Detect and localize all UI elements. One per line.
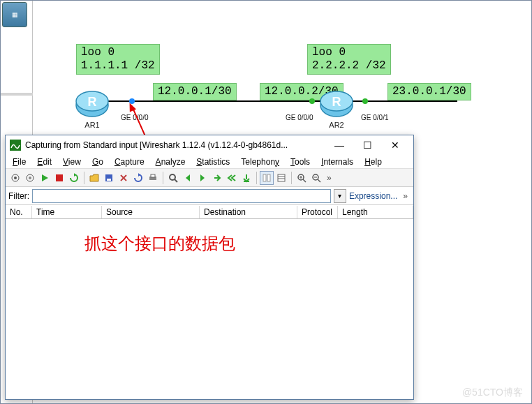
col-destination[interactable]: Destination — [200, 206, 297, 218]
tb-restart-icon[interactable] — [67, 171, 81, 185]
toolbar-separator — [163, 172, 163, 184]
tb-autoscroll-icon[interactable] — [274, 171, 288, 185]
menu-file[interactable]: File — [8, 156, 30, 167]
menu-view[interactable]: View — [59, 156, 85, 167]
wireshark-titlebar[interactable]: Capturing from Standard input [Wireshark… — [6, 135, 413, 155]
filter-label: Filter: — [8, 191, 29, 201]
port-dot-ar2-ge0[interactable] — [309, 98, 315, 104]
tb-save-icon[interactable] — [102, 171, 116, 185]
watermark-text: @51CTO博客 — [462, 387, 523, 399]
wireshark-toolbar: » — [6, 169, 413, 187]
toolbar-separator — [84, 172, 84, 184]
tb-first-icon[interactable] — [225, 171, 239, 185]
router-ar1[interactable]: R — [75, 86, 110, 121]
link-line — [107, 100, 457, 102]
tb-find-icon[interactable] — [166, 171, 180, 185]
menu-tools[interactable]: Tools — [286, 156, 314, 167]
svg-line-30 — [318, 179, 320, 182]
expression-link[interactable]: Expression... — [349, 191, 397, 201]
tb-close-file-icon[interactable] — [117, 171, 131, 185]
tb-forward-icon[interactable] — [195, 171, 209, 185]
svg-rect-22 — [278, 174, 285, 181]
window-close-button[interactable]: ✕ — [381, 137, 409, 153]
filter-dropdown-button[interactable]: ▾ — [334, 189, 346, 203]
tb-options-icon[interactable] — [23, 171, 37, 185]
toolbar-separator — [291, 172, 292, 184]
tb-zoom-out-icon[interactable] — [309, 171, 323, 185]
device-palette-icon[interactable]: ▦ — [2, 2, 27, 27]
menu-capture[interactable]: Capture — [110, 156, 149, 167]
label-ar2-ge1-ip: 23.0.0.1/30 — [387, 83, 471, 100]
svg-rect-13 — [107, 179, 111, 181]
svg-rect-15 — [151, 174, 155, 177]
label-ar1-ge0-ip: 12.0.0.1/30 — [153, 83, 237, 100]
tb-back-icon[interactable] — [181, 171, 195, 185]
svg-point-16 — [170, 174, 175, 180]
wireshark-window: Capturing from Standard input [Wireshark… — [5, 135, 414, 400]
router-ar2-label: AR2 — [319, 121, 354, 129]
tb-stop-icon[interactable] — [52, 171, 66, 185]
tb-zoom-in-icon[interactable] — [295, 171, 309, 185]
wireshark-filter-bar: Filter: ▾ Expression... » — [6, 187, 413, 205]
menu-telephony[interactable]: Telephony — [237, 156, 283, 167]
svg-line-26 — [303, 179, 306, 182]
window-minimize-button[interactable]: — — [325, 137, 353, 153]
menu-edit[interactable]: Edit — [33, 156, 56, 167]
window-maximize-button[interactable]: ☐ — [353, 137, 381, 153]
label-ar1-loopback: loo 0 1.1.1.1 /32 — [76, 44, 160, 75]
packet-list-header: No. Time Source Destination Protocol Len… — [6, 205, 413, 219]
sidebar-separator — [1, 94, 33, 96]
label-ar2-loopback: loo 0 2.2.2.2 /32 — [307, 44, 391, 75]
tb-reload-icon[interactable] — [131, 171, 145, 185]
toolbar-separator — [256, 172, 257, 184]
svg-rect-11 — [56, 174, 63, 181]
tb-last-icon[interactable] — [239, 171, 253, 185]
svg-rect-20 — [263, 174, 266, 181]
wireshark-icon — [10, 140, 21, 151]
router-ar2[interactable]: R — [319, 86, 354, 121]
annotation-text: 抓这个接口的数据包 — [84, 232, 235, 255]
svg-point-8 — [14, 177, 17, 179]
tb-goto-icon[interactable] — [210, 171, 224, 185]
col-length[interactable]: Length — [338, 206, 413, 218]
menu-statistics[interactable]: Statistics — [192, 156, 234, 167]
toolbar-overflow-icon[interactable]: » — [324, 173, 334, 183]
svg-rect-21 — [267, 174, 270, 181]
svg-line-17 — [175, 179, 177, 182]
router-ar1-label: AR1 — [75, 121, 110, 129]
col-time[interactable]: Time — [32, 206, 102, 218]
tb-start-icon[interactable] — [38, 171, 52, 185]
tb-colorize-icon[interactable] — [260, 171, 274, 185]
iface-label-ar2-ge0: GE 0/0/0 — [286, 114, 313, 121]
topology-canvas[interactable]: loo 0 1.1.1.1 /32 12.0.0.1/30 loo 0 2.2.… — [33, 1, 531, 133]
menu-analyze[interactable]: Analyze — [152, 156, 190, 167]
filter-input[interactable] — [32, 189, 331, 203]
col-source[interactable]: Source — [102, 206, 200, 218]
wireshark-menubar: File Edit View Go Capture Analyze Statis… — [6, 155, 413, 169]
tb-interfaces-icon[interactable] — [8, 171, 22, 185]
filterbar-overflow-icon[interactable]: » — [400, 191, 411, 201]
svg-text:R: R — [332, 95, 341, 109]
col-protocol[interactable]: Protocol — [297, 206, 338, 218]
menu-go[interactable]: Go — [88, 156, 108, 167]
tb-open-icon[interactable] — [87, 171, 101, 185]
menu-internals[interactable]: Internals — [317, 156, 357, 167]
tb-print-icon[interactable] — [146, 171, 160, 185]
col-no[interactable]: No. — [6, 206, 32, 218]
svg-point-10 — [29, 177, 31, 179]
svg-text:R: R — [88, 95, 97, 109]
port-dot-ar2-ge1[interactable] — [362, 98, 368, 104]
wireshark-title-text: Capturing from Standard input [Wireshark… — [25, 140, 325, 150]
menu-help[interactable]: Help — [360, 156, 386, 167]
iface-label-ar2-ge1: GE 0/0/1 — [361, 114, 388, 121]
